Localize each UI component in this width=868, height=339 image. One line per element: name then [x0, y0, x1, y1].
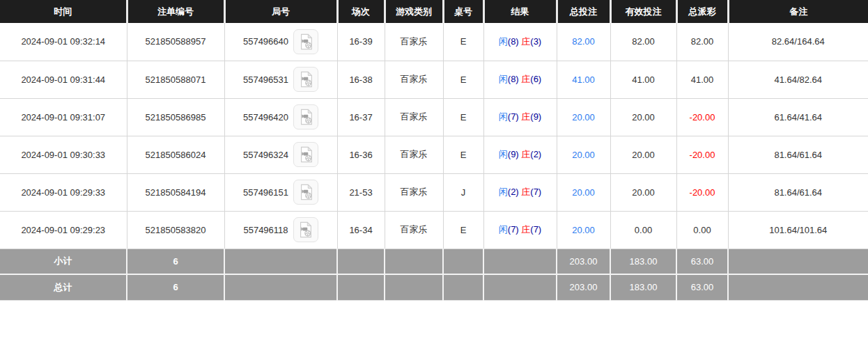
column-header-session: 场次	[337, 0, 385, 23]
cell-round-no: 557496151	[224, 173, 337, 211]
banker-result-label: 庄	[521, 36, 530, 47]
player-result-label: 闲	[499, 111, 508, 122]
banker-result-label: 庄	[521, 224, 530, 235]
video-replay-button[interactable]	[293, 142, 318, 167]
cell-round-no: 557496531	[224, 61, 337, 98]
cell-order-no: 521850586985	[127, 98, 224, 136]
cell-time: 2024-09-01 09:29:23	[0, 211, 127, 249]
grand-total-total-bet: 203.00	[557, 274, 610, 300]
cell-total-bet: 20.00	[557, 98, 610, 136]
player-result-score: (8)	[508, 36, 519, 47]
cell-valid-bet: 20.00	[610, 98, 676, 136]
video-replay-icon	[299, 109, 313, 125]
cell-table-no: E	[443, 23, 483, 61]
round-no-text: 557496420	[243, 112, 288, 123]
table-row: 2024-09-01 09:32:14 521850588957 5574966…	[0, 23, 868, 61]
video-replay-button[interactable]	[293, 67, 318, 92]
cell-total-payout: -20.00	[676, 98, 728, 136]
banker-result-score: (3)	[530, 36, 541, 47]
cell-table-no: E	[443, 61, 483, 98]
column-header-time: 时间	[0, 0, 127, 23]
cell-result: 闲(7) 庄(7)	[483, 211, 557, 249]
player-result-label: 闲	[499, 149, 508, 159]
cell-remark: 82.64/164.64	[728, 23, 868, 61]
cell-table-no: J	[443, 173, 483, 211]
cell-table-no: E	[443, 211, 483, 249]
video-replay-icon	[299, 33, 313, 50]
column-header-game-type: 游戏类别	[385, 0, 443, 23]
video-replay-button[interactable]	[293, 104, 318, 129]
round-no-text: 557496151	[243, 187, 288, 198]
round-no-text: 557496324	[243, 150, 288, 160]
cell-total-bet: 41.00	[557, 61, 610, 98]
subtotal-total-bet: 203.00	[557, 249, 610, 274]
cell-remark: 81.64/61.64	[728, 136, 868, 173]
player-result-score: (7)	[508, 111, 519, 122]
subtotal-count: 6	[127, 249, 224, 274]
video-replay-icon	[299, 184, 313, 200]
round-no-text: 557496118	[243, 225, 288, 235]
video-replay-button[interactable]	[293, 29, 318, 54]
cell-valid-bet: 0.00	[610, 211, 676, 249]
empty-cell	[385, 249, 443, 274]
banker-result-label: 庄	[521, 149, 530, 159]
player-result-score: (9)	[508, 149, 519, 159]
column-header-total-bet: 总投注	[557, 0, 610, 23]
cell-remark: 61.64/41.64	[728, 98, 868, 136]
cell-order-no: 521850583820	[127, 211, 224, 249]
cell-time: 2024-09-01 09:29:33	[0, 173, 127, 211]
cell-session: 16-36	[337, 136, 385, 173]
cell-order-no: 521850588957	[127, 23, 224, 61]
player-result-label: 闲	[499, 187, 508, 197]
subtotal-row: 小计 6 203.00 183.00 63.00	[0, 249, 868, 274]
bet-records-page: 时间 注单编号 局号 场次 游戏类别 桌号 结果 总投注 有效投注 总派彩 备注…	[0, 0, 868, 339]
empty-cell	[337, 274, 385, 300]
player-result-label: 闲	[499, 36, 508, 47]
table-row: 2024-09-01 09:31:07 521850586985 5574964…	[0, 98, 868, 136]
cell-total-payout: 0.00	[676, 211, 728, 249]
cell-game-type: 百家乐	[385, 98, 443, 136]
empty-cell	[385, 274, 443, 300]
cell-game-type: 百家乐	[385, 173, 443, 211]
column-header-table-no: 桌号	[443, 0, 483, 23]
cell-order-no: 521850586024	[127, 136, 224, 173]
subtotal-valid-bet: 183.00	[610, 249, 676, 274]
banker-result-score: (7)	[530, 187, 541, 197]
empty-cell	[443, 249, 483, 274]
cell-order-no: 521850584194	[127, 173, 224, 211]
cell-time: 2024-09-01 09:31:07	[0, 98, 127, 136]
cell-session: 16-34	[337, 211, 385, 249]
player-result-label: 闲	[499, 224, 508, 235]
cell-game-type: 百家乐	[385, 23, 443, 61]
cell-round-no: 557496640	[224, 23, 337, 61]
video-replay-button[interactable]	[293, 217, 318, 242]
cell-result: 闲(7) 庄(9)	[483, 98, 557, 136]
cell-total-payout: -20.00	[676, 173, 728, 211]
empty-cell	[483, 274, 557, 300]
video-replay-button[interactable]	[293, 180, 318, 205]
subtotal-total-payout: 63.00	[676, 249, 728, 274]
column-header-result: 结果	[483, 0, 557, 23]
cell-time: 2024-09-01 09:31:44	[0, 61, 127, 98]
cell-result: 闲(9) 庄(2)	[483, 136, 557, 173]
empty-cell	[728, 249, 868, 274]
cell-game-type: 百家乐	[385, 61, 443, 98]
cell-total-payout: 82.00	[676, 23, 728, 61]
grand-total-row: 总计 6 203.00 183.00 63.00	[0, 274, 868, 300]
column-header-valid-bet: 有效投注	[610, 0, 676, 23]
cell-total-bet: 20.00	[557, 211, 610, 249]
grand-total-valid-bet: 183.00	[610, 274, 676, 300]
cell-table-no: E	[443, 136, 483, 173]
cell-session: 16-37	[337, 98, 385, 136]
empty-cell	[443, 274, 483, 300]
grand-total-label: 总计	[0, 274, 127, 300]
column-header-round-no: 局号	[224, 0, 337, 23]
cell-total-payout: 41.00	[676, 61, 728, 98]
bet-records-table: 时间 注单编号 局号 场次 游戏类别 桌号 结果 总投注 有效投注 总派彩 备注…	[0, 0, 868, 301]
empty-cell	[337, 249, 385, 274]
cell-valid-bet: 20.00	[610, 136, 676, 173]
player-result-label: 闲	[499, 74, 508, 84]
banker-result-label: 庄	[521, 74, 530, 84]
player-result-score: (8)	[508, 74, 519, 84]
video-replay-icon	[299, 146, 313, 163]
